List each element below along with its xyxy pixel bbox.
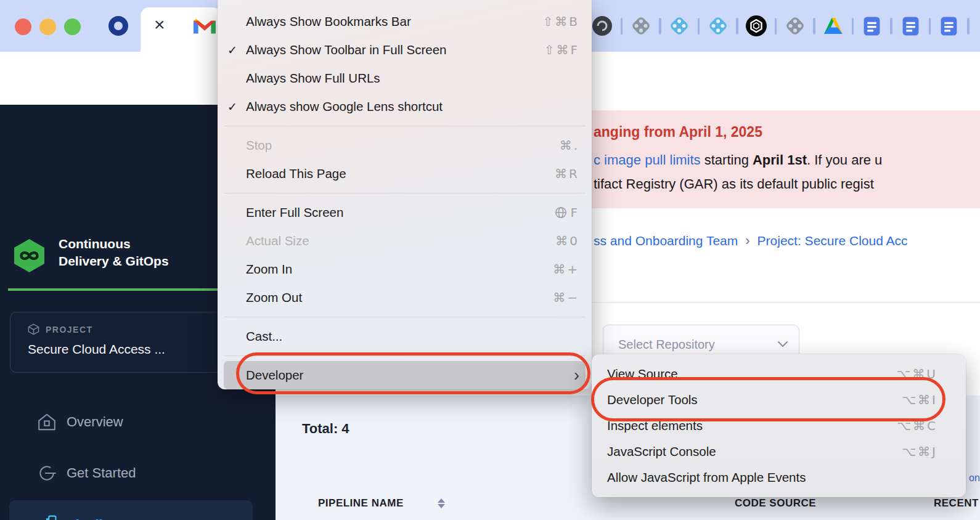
cube-icon [28, 323, 39, 335]
column-header-pipeline-name[interactable]: PIPELINE NAME [318, 497, 404, 510]
banner-text: starting [701, 152, 753, 168]
banner-title: anging from April 1, 2025 [594, 124, 762, 140]
sidebar-item-label: Get Started [67, 465, 136, 481]
menu-item-label: Zoom In [246, 262, 292, 277]
menu-shortcut: ⌘0 [555, 234, 579, 248]
menu-shortcut-letter: F [570, 205, 579, 220]
breadcrumb-org-link[interactable]: ss and Onboarding Team [594, 234, 738, 248]
gmail-tab-icon[interactable] [194, 17, 216, 34]
menu-item-label: Reload This Page [246, 166, 346, 181]
sidebar-item-pipelines[interactable]: Pipelines [9, 500, 253, 520]
sidebar-item-label: Overview [67, 414, 123, 430]
menu-item-reload-this-page[interactable]: Reload This Page ⌘R [218, 160, 592, 188]
menu-item-label: Zoom Out [246, 290, 302, 305]
checkmark-icon: ✓ [227, 43, 246, 57]
menu-item-label: Stop [246, 138, 272, 153]
menu-separator [224, 193, 586, 193]
menu-item-stop: Stop ⌘. [218, 131, 592, 160]
shrunken-tabs-row [582, 0, 970, 52]
menu-separator [224, 126, 586, 126]
project-label: PROJECT [46, 325, 93, 335]
menu-item-zoom-in[interactable]: Zoom In ⌘+ [218, 255, 592, 283]
breadcrumb-project-link[interactable]: Project: Secure Cloud Acc [757, 234, 908, 248]
submenu-item-allow-javascript-from-apple-events[interactable]: Allow JavaScript from Apple Events [592, 465, 966, 490]
tab-favicon-diamond-blue[interactable] [700, 14, 736, 38]
select-repository-placeholder: Select Repository [618, 338, 778, 352]
menu-shortcut: ⌘+ [553, 262, 579, 277]
submenu-item-javascript-console[interactable]: JavaScript Console ⌥⌘J [592, 439, 966, 465]
traffic-light-fullscreen[interactable] [64, 18, 81, 35]
menu-item-actual-size: Actual Size ⌘0 [218, 227, 592, 255]
breadcrumb: ss and Onboarding Team › Project: Secure… [594, 233, 908, 249]
developer-submenu: View Source ⌥⌘U Developer Tools ⌥⌘I Insp… [592, 354, 966, 497]
menu-item-label: Allow JavaScript from Apple Events [607, 470, 806, 485]
tab-favicon-diamond-blue[interactable] [661, 14, 698, 38]
breadcrumb-separator-icon: › [745, 233, 749, 249]
checkmark-icon: ✓ [227, 100, 246, 114]
menu-shortcut: ⇧⌘B [543, 14, 579, 29]
menu-item-always-show-toolbar-in-full-screen[interactable]: ✓ Always Show Toolbar in Full Screen ⇧⌘F [218, 36, 592, 64]
menu-item-label: Enter Full Screen [246, 205, 343, 220]
pinned-tab-ring-icon[interactable] [108, 15, 129, 36]
menu-item-zoom-out[interactable]: Zoom Out ⌘− [218, 283, 592, 312]
menu-separator [224, 317, 586, 317]
tab-favicon-diamond-gray[interactable] [623, 14, 659, 38]
menu-item-label: Always show Google Lens shortcut [246, 99, 443, 114]
menu-shortcut: ⌥⌘J [902, 444, 937, 459]
tab-favicon-diamond-gray[interactable] [777, 14, 813, 38]
menu-item-always-show-bookmarks-bar[interactable]: Always Show Bookmarks Bar ⇧⌘B [218, 7, 592, 36]
menu-item-label: Always Show Bookmarks Bar [246, 14, 411, 29]
tab-favicon-google-docs[interactable] [931, 17, 967, 36]
menu-item-always-show-full-urls[interactable]: Always Show Full URLs [218, 64, 592, 92]
menu-item-enter-full-screen[interactable]: Enter Full Screen F [218, 198, 592, 227]
tab-favicon-google-docs[interactable] [892, 17, 929, 36]
chevron-down-icon [778, 341, 788, 347]
view-menu: Always Show Bookmarks Bar ⇧⌘B ✓ Always S… [218, 0, 592, 389]
sidebar-item-label: Pipelines [67, 517, 126, 520]
annotation-circle-developer [236, 352, 590, 394]
menu-shortcut: ⌘− [553, 290, 579, 305]
close-tab-icon[interactable]: × [154, 15, 165, 34]
menu-shortcut: ⌘R [555, 166, 579, 181]
sidebar-item-overview[interactable]: Overview [0, 408, 276, 436]
menu-shortcut: F [555, 205, 579, 220]
annotation-circle-developer-tools [591, 377, 945, 421]
menu-item-label: JavaScript Console [607, 444, 716, 459]
menu-shortcut: ⇧⌘F [544, 43, 579, 57]
menu-shortcut: ⌘. [560, 138, 579, 153]
column-header-recent: RECENT [934, 497, 979, 510]
banner-line2: c image pull limits starting April 1st. … [594, 152, 882, 168]
home-icon [37, 412, 57, 432]
banner-text-end: . If you are u [807, 152, 882, 168]
menu-item-label: Actual Size [246, 234, 309, 248]
globe-key-icon [555, 206, 567, 219]
tab-favicon-chatgpt[interactable] [738, 15, 775, 37]
harness-cd-logo-icon [13, 238, 46, 273]
partial-link-text[interactable]: on [969, 473, 980, 484]
column-header-code-source: CODE SOURCE [735, 497, 816, 510]
traffic-light-close[interactable] [15, 18, 31, 35]
tab-favicon-google-drive[interactable] [815, 17, 852, 35]
module-title: Continuous Delivery & GitOps [59, 235, 182, 270]
project-selector-card[interactable]: PROJECT Secure Cloud Access ... [10, 312, 251, 373]
tab-favicon-google-docs[interactable] [854, 17, 890, 36]
sort-icon[interactable] [438, 498, 445, 508]
menu-item-cast[interactable]: Cast... [218, 322, 592, 351]
sidebar-item-get-started[interactable]: Get Started [0, 459, 276, 487]
menu-item-label: Always Show Full URLs [246, 71, 380, 86]
banner-line3: tifact Registry (GAR) as its default pub… [594, 176, 874, 192]
banner-bold-date: April 1st [753, 152, 807, 168]
traffic-light-minimize[interactable] [39, 18, 56, 35]
menu-item-always-show-google-lens-shortcut[interactable]: ✓ Always show Google Lens shortcut [218, 92, 592, 121]
banner-link[interactable]: c image pull limits [594, 152, 701, 168]
menu-item-label: Always Show Toolbar in Full Screen [246, 43, 447, 57]
menu-item-label: Cast... [246, 329, 282, 344]
screenshot-stage: anging from April 1, 2025 c image pull l… [0, 0, 980, 520]
pipelines-icon [37, 515, 57, 520]
get-started-icon [37, 463, 57, 483]
total-count: Total: 4 [302, 421, 349, 437]
tab-separator [967, 18, 970, 35]
project-name: Secure Cloud Access ... [28, 342, 165, 357]
